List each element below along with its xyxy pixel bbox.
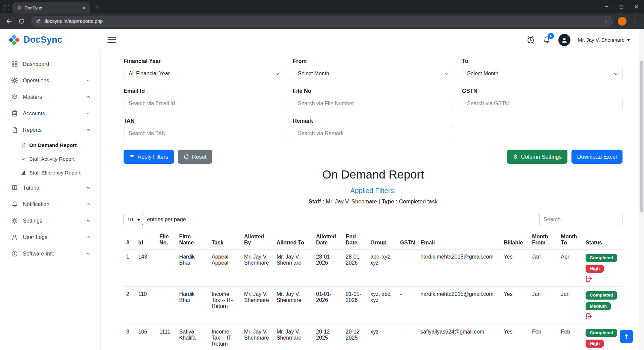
report-table: # Id File No. Firm Name Task Allotted By… [124,232,623,350]
settings-gear-icon [11,218,18,224]
tutorial-icon [11,185,18,191]
from-month-select[interactable]: Select Month [293,67,453,80]
close-button[interactable] [634,5,639,9]
staff-activity-icon [21,156,26,161]
browser-tab[interactable]: DocSync × [12,2,90,13]
export-icon[interactable] [586,313,592,320]
chevron-up-icon [86,202,90,206]
brand[interactable]: DocSync [0,34,101,46]
apply-filters-button[interactable]: Apply Filters [124,150,174,164]
browser-tab-strip: DocSync × + [0,0,644,13]
download-excel-button[interactable]: Download Excel [571,150,623,164]
chevron-up-icon [86,186,90,190]
sidebar-item-settings[interactable]: Settings [0,212,100,229]
staff-value: Mr. Jay V. Shenmare [326,198,377,204]
back-icon[interactable] [4,16,13,26]
site-info-icon[interactable] [36,18,41,24]
gstn-filter: GSTN [462,88,623,110]
financial-year-select[interactable]: All Financial Year [124,67,284,80]
user-menu[interactable]: Mr. Jay V. Shenmare [578,37,630,43]
col-header: Task [209,232,241,249]
column-settings-button[interactable]: ⚙ Column Settings [507,150,567,164]
bookmark-star-icon[interactable]: ☆ [604,18,608,25]
table-header-row: # Id File No. Firm Name Task Allotted By… [124,232,623,249]
entries-per-page-select[interactable]: 10 [124,214,143,225]
tab-title: DocSync [25,5,78,10]
page-scrollbar[interactable] [639,29,644,350]
sidebar-item-tutorial[interactable]: Tutorial [0,180,100,196]
user-name: Mr. Jay V. Shenmare [578,37,625,43]
chevron-down-icon [613,72,618,76]
email-label: Email Id [124,88,284,94]
sidebar-item-notification[interactable]: Notification [0,196,100,212]
email-filter-input[interactable] [124,97,284,110]
remark-label: Remark [293,118,453,124]
browser-profile-avatar[interactable] [618,17,627,26]
tan-filter-input[interactable] [124,127,284,140]
col-header: Month To [558,232,583,249]
filter-actions: Apply Filters Reset ⚙ Column Settings Do… [124,150,623,164]
alarm-clock-icon[interactable] [526,35,535,44]
maximize-button[interactable] [619,5,624,9]
docsync-app: DocSync 6 Mr. Jay V. Shenmare [0,29,644,350]
col-header: GSTN [397,232,418,249]
user-logs-icon [11,234,18,240]
address-bar[interactable]: docsync.in/app/reports.php ☆ [31,16,613,27]
from-label: From [293,58,453,64]
table-search-input[interactable] [539,213,623,226]
col-header: End Date [343,232,368,249]
sidebar-item-dashboard[interactable]: Dashboard [0,56,100,72]
file-no-filter-input[interactable] [293,97,453,110]
scroll-to-top-button[interactable]: ↑ [620,330,633,343]
caret-down-icon [627,39,630,41]
tab-close-icon[interactable]: × [81,5,87,11]
sidebar-item-accounts[interactable]: Accounts [0,105,100,122]
gstn-filter-input[interactable] [462,97,623,110]
sidebar-item-staff-activity-report[interactable]: Staff Activity Report [0,152,100,166]
sidebar-item-user-logs[interactable]: User Logs [0,229,100,245]
chevron-down-icon [275,72,280,76]
sidebar-item-software-info[interactable]: Software Info [0,245,100,262]
docsync-logo-icon [8,34,20,46]
status-badge: Completed [586,254,617,262]
export-icon[interactable] [586,275,592,282]
masters-icon [11,94,18,100]
remark-filter-input[interactable] [293,127,453,140]
user-avatar[interactable] [558,34,570,46]
sidebar-item-masters[interactable]: Masters [0,89,100,105]
dashboard-icon [11,61,18,67]
to-month-filter: To Select Month [462,58,623,80]
col-header: Allotted By [241,232,274,249]
col-header: Month From [529,232,558,249]
priority-badge: High [586,265,604,273]
sidebar-item-on-demand-report[interactable]: On Demand Report [0,138,100,152]
gear-icon: ⚙ [513,153,518,160]
chevron-up-icon [86,78,90,83]
priority-badge: High [586,340,604,348]
reset-button[interactable]: Reset [178,150,212,164]
status-badge: Completed [586,291,617,299]
table-row: 1 143 Hardik Bhai Appeal -- Appeal Mr. J… [124,249,623,287]
browser-menu-icon[interactable]: ⋮ [630,18,640,25]
to-month-select[interactable]: Select Month [462,67,623,80]
notification-bell-icon[interactable]: 6 [543,36,551,44]
applied-filters-line: Staff : Mr. Jay V. Shenmare | Type : Com… [124,198,623,205]
col-header: Id [136,232,157,249]
url-text[interactable]: docsync.in/app/reports.php [44,18,600,24]
staff-label: Staff : [309,198,324,204]
chevron-up-icon [86,111,90,116]
reload-icon[interactable] [17,16,26,26]
col-header: Allotted To [274,232,314,249]
on-demand-report-icon [21,143,26,148]
tan-label: TAN [124,118,284,124]
sidebar-item-operations[interactable]: Operations [0,72,100,89]
new-tab-button[interactable]: + [92,2,102,12]
sidebar-item-staff-efficiency-report[interactable]: Staff Efficiency Report [0,166,100,180]
sidebar-item-reports[interactable]: Reports [0,122,100,138]
table-controls: 10 entries per page [124,213,623,226]
minimize-button[interactable] [605,5,609,9]
accounts-icon [11,110,18,117]
scrollbar-thumb[interactable] [640,61,643,212]
hamburger-menu-icon[interactable] [106,35,118,44]
col-header: File No. [157,232,177,249]
